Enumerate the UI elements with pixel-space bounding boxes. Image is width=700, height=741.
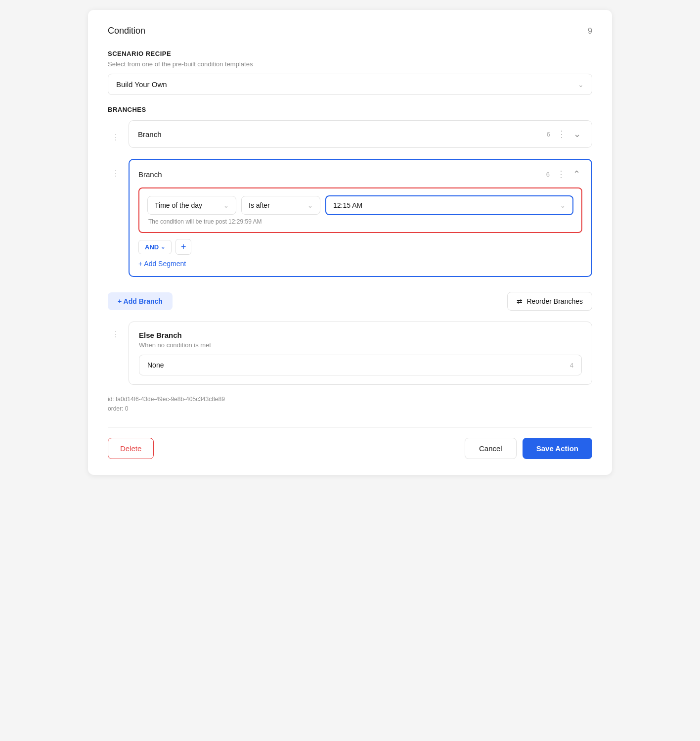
add-segment-link[interactable]: + Add Segment (138, 260, 186, 268)
else-branch-value-row: None 4 (139, 355, 582, 375)
condition-title: Condition (108, 26, 145, 36)
collapsed-branch-name: Branch (138, 130, 547, 139)
scenario-recipe-dropdown[interactable]: Build Your Own ⌄ (108, 74, 592, 95)
value-dropdown[interactable]: 12:15 AM ⌄ (325, 195, 573, 215)
else-branch-number: 4 (570, 362, 573, 369)
reorder-icon: ⇄ (517, 297, 523, 305)
collapsed-branch-actions: ⋮ ⌄ (557, 128, 583, 140)
main-container: Condition 9 SCENARIO RECIPE Select from … (88, 10, 612, 475)
drag-handle-else[interactable]: ⋮ (108, 328, 124, 340)
else-branch-title: Else Branch (139, 331, 582, 339)
and-chevron-icon: ⌄ (161, 244, 165, 250)
operator-dropdown[interactable]: Is after ⌄ (241, 196, 320, 215)
more-options-icon[interactable]: ⋮ (557, 129, 567, 139)
cancel-button[interactable]: Cancel (465, 438, 517, 459)
condition-row: Time of the day ⌄ Is after ⌄ 12:15 AM ⌄ (138, 187, 582, 233)
operator-value: Is after (249, 201, 270, 209)
meta-info: id: fa0d14f6-43de-49ec-9e8b-405c343c8e89… (108, 395, 592, 414)
dots-icon-active: ⋮ (112, 169, 120, 178)
scenario-recipe-value: Build Your Own (116, 80, 167, 89)
operator-chevron-icon: ⌄ (307, 202, 313, 209)
active-branch-card: Branch 6 ⋮ ⌃ Time of the day ⌄ (129, 159, 592, 277)
scenario-recipe-label: SCENARIO RECIPE (108, 50, 592, 57)
delete-button[interactable]: Delete (108, 438, 154, 459)
value-chevron-icon: ⌄ (560, 202, 566, 209)
collapsed-branch-header: Branch 6 ⋮ ⌄ (129, 121, 592, 147)
save-action-button[interactable]: Save Action (523, 438, 592, 459)
delete-label: Delete (120, 444, 141, 453)
else-branch-card: Else Branch When no condition is met Non… (129, 322, 592, 385)
active-branch-title-row: Branch 6 (138, 170, 557, 179)
active-branch-row: ⋮ Branch 6 ⋮ ⌃ (108, 159, 592, 283)
and-label: AND (145, 243, 159, 251)
reorder-label: Reorder Branches (526, 297, 583, 305)
field-chevron-icon: ⌄ (223, 202, 229, 209)
cancel-label: Cancel (479, 444, 502, 453)
drag-handle-active[interactable]: ⋮ (108, 168, 124, 179)
footer-right: Cancel Save Action (465, 438, 592, 459)
active-branch-num: 6 (546, 171, 550, 178)
drag-handle-collapsed[interactable]: ⋮ (108, 132, 124, 143)
condition-header: Condition 9 (108, 26, 592, 36)
active-more-options-icon[interactable]: ⋮ (557, 169, 566, 180)
else-branch-value: None (147, 361, 164, 369)
field-value: Time of the day (155, 201, 202, 209)
active-branch-collapse-button[interactable]: ⌃ (571, 168, 582, 181)
field-dropdown[interactable]: Time of the day ⌄ (147, 196, 236, 215)
reorder-branches-button[interactable]: ⇄ Reorder Branches (507, 292, 592, 311)
plus-icon: + (181, 242, 186, 252)
dots-icon: ⋮ (112, 133, 120, 142)
value-text: 12:15 AM (333, 201, 362, 209)
footer-row: Delete Cancel Save Action (108, 427, 592, 459)
active-branch-actions: ⋮ ⌃ (557, 168, 582, 181)
add-segment-label: + Add Segment (138, 260, 186, 268)
dots-icon-else: ⋮ (112, 329, 120, 339)
chevron-down-icon: ⌄ (578, 81, 584, 89)
scenario-recipe-sub: Select from one of the pre-built conditi… (108, 60, 592, 68)
else-branch-row: ⋮ Else Branch When no condition is met N… (108, 320, 592, 385)
and-button[interactable]: AND ⌄ (138, 240, 172, 254)
condition-number: 9 (588, 27, 592, 36)
meta-order: order: 0 (108, 404, 592, 414)
add-branch-label: + Add Branch (118, 297, 163, 305)
and-row: AND ⌄ + (138, 239, 582, 255)
collapsed-branch-num: 6 (547, 131, 550, 138)
active-branch-header: Branch 6 ⋮ ⌃ (138, 168, 582, 181)
condition-fields-row: Time of the day ⌄ Is after ⌄ 12:15 AM ⌄ (147, 195, 573, 215)
collapsed-branch-card: Branch 6 ⋮ ⌄ (129, 120, 592, 148)
scenario-recipe-section: SCENARIO RECIPE Select from one of the p… (108, 50, 592, 95)
meta-id: id: fa0d14f6-43de-49ec-9e8b-405c343c8e89 (108, 395, 592, 404)
add-branch-button[interactable]: + Add Branch (108, 292, 173, 310)
save-label: Save Action (536, 444, 578, 453)
condition-hint: The condition will be true post 12:29:59… (147, 218, 262, 225)
branch-expand-button[interactable]: ⌄ (571, 128, 583, 140)
branch-control-row: + Add Branch ⇄ Reorder Branches (108, 292, 592, 311)
else-branch-sub: When no condition is met (139, 341, 582, 349)
branches-section: BRANCHES ⋮ Branch 6 ⋮ ⌄ ⋮ (108, 106, 592, 385)
add-condition-button[interactable]: + (175, 239, 191, 255)
collapsed-branch-row: ⋮ Branch 6 ⋮ ⌄ (108, 120, 592, 154)
branches-label: BRANCHES (108, 106, 592, 113)
active-branch-name: Branch (138, 170, 546, 179)
